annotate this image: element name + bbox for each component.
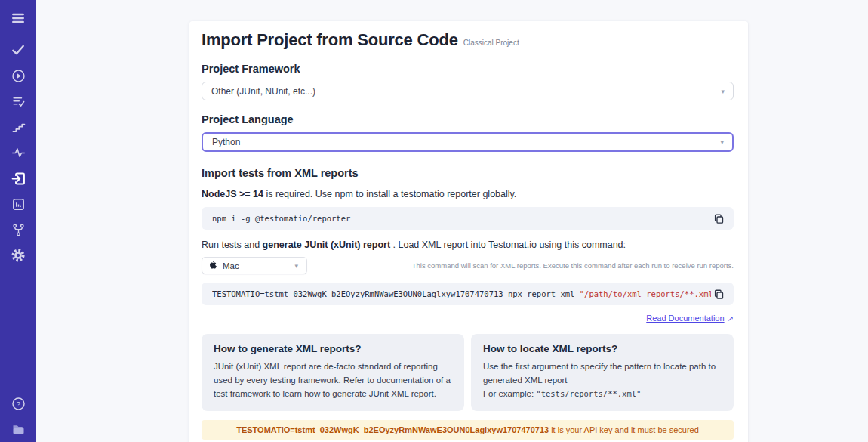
check-icon[interactable]	[10, 42, 26, 58]
api-key-warning-banner: TESTOMATIO=tstmt_032WwgK_b2EOyzyRmNWawE3…	[202, 420, 734, 440]
os-select[interactable]: Mac	[202, 257, 307, 274]
info-boxes: How to generate XML reports? JUnit (xUni…	[202, 334, 734, 411]
menu-icon[interactable]	[10, 10, 26, 26]
run-tests-text: Run tests and generate JUnit (xUnit) rep…	[202, 240, 734, 250]
info-box-body: Use the first argument to specify the pa…	[483, 360, 722, 400]
framework-select-value: Other (JUnit, NUnit, etc...)	[211, 86, 315, 97]
report-command-text: TESTOMATIO=tstmt_032WwgK_b2EOyzyRmNWawE3…	[212, 289, 711, 298]
main-area: Import Project from Source Code Classica…	[36, 0, 868, 442]
xml-import-heading: Import tests from XML reports	[202, 167, 734, 179]
api-key-text: TESTOMATIO=tstmt_032WwgK_b2EOyzyRmNWawE3…	[236, 425, 549, 434]
sidebar: ?	[0, 0, 36, 442]
os-selector-row: Mac This command will scan for XML repor…	[202, 257, 734, 274]
info-box-title: How to generate XML reports?	[214, 343, 452, 354]
play-circle-icon[interactable]	[10, 67, 26, 84]
install-command-text: npm i -g @testomatio/reporter	[212, 214, 711, 223]
list-check-icon[interactable]	[10, 93, 26, 110]
read-documentation-link[interactable]: Read Documentation	[646, 314, 724, 323]
import-project-card: Import Project from Source Code Classica…	[189, 21, 748, 442]
language-select-value: Python	[212, 137, 240, 147]
pulse-icon[interactable]	[10, 144, 26, 161]
nodejs-requirement-text: NodeJS >= 14 is required. Use npm to ins…	[202, 189, 734, 199]
framework-label: Project Framework	[202, 63, 734, 75]
steps-icon[interactable]	[10, 119, 26, 135]
copy-button[interactable]	[711, 211, 726, 226]
svg-text:?: ?	[16, 399, 20, 407]
os-select-value: Mac	[223, 261, 239, 270]
scan-note-text: This command will scan for XML reports. …	[307, 261, 734, 270]
info-box-body: JUnit (xUnit) XML report are de-facto st…	[214, 360, 452, 400]
framework-select[interactable]: Other (JUnit, NUnit, etc...)	[202, 82, 734, 100]
info-box-generate: How to generate XML reports? JUnit (xUni…	[202, 334, 464, 411]
info-box-locate: How to locate XML reports? Use the first…	[471, 334, 734, 411]
project-type-badge: Classical Project	[463, 39, 519, 47]
report-command-block: TESTOMATIO=tstmt_032WwgK_b2EOyzyRmNWawE3…	[202, 283, 734, 305]
projects-icon[interactable]	[10, 421, 26, 437]
install-command-block: npm i -g @testomatio/reporter	[202, 207, 734, 230]
import-icon[interactable]	[10, 170, 26, 187]
branch-icon[interactable]	[10, 221, 26, 238]
copy-button[interactable]	[711, 286, 726, 301]
chevron-down-icon	[294, 261, 298, 269]
info-box-title: How to locate XML reports?	[483, 343, 722, 354]
settings-gear-icon[interactable]	[10, 247, 26, 264]
chevron-down-icon	[720, 138, 724, 146]
help-icon[interactable]: ?	[10, 395, 26, 412]
report-chart-icon[interactable]	[10, 196, 26, 212]
docs-row: Read Documentation	[202, 311, 734, 324]
external-link-icon	[728, 314, 734, 323]
page-title: Import Project from Source Code	[202, 30, 458, 50]
language-label: Project Language	[202, 113, 734, 125]
chevron-down-icon	[721, 87, 725, 94]
language-select[interactable]: Python	[202, 132, 734, 152]
apple-icon	[210, 261, 218, 270]
